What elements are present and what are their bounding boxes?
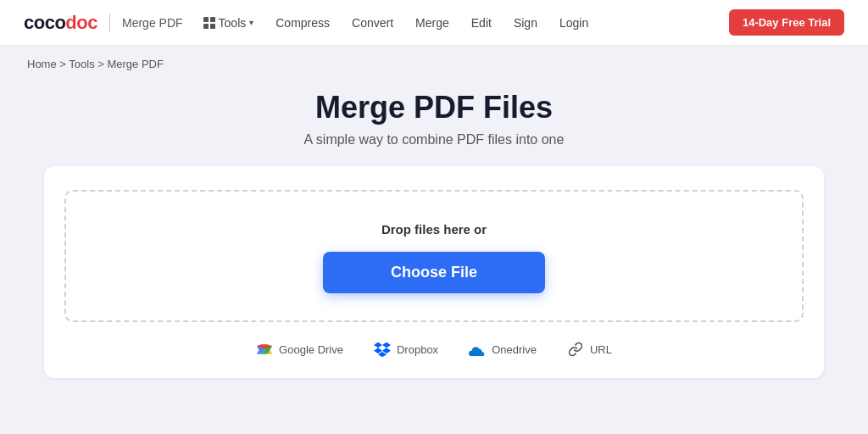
gdrive-icon <box>256 341 273 358</box>
main-nav: Tools ▾ Compress Convert Merge Edit Sign… <box>193 11 729 35</box>
drop-zone[interactable]: Drop files here or Choose File <box>64 190 804 322</box>
breadcrumb: Home > Tools > Merge PDF <box>27 58 164 70</box>
nav-sign[interactable]: Sign <box>504 11 548 35</box>
logo-doc: doc <box>65 12 97 33</box>
source-gdrive[interactable]: Google Drive <box>256 341 343 358</box>
nav-merge[interactable]: Merge <box>405 11 459 35</box>
source-onedrive[interactable]: Onedrive <box>469 341 537 358</box>
nav-convert[interactable]: Convert <box>342 11 403 35</box>
dropbox-icon <box>374 341 391 358</box>
upload-card: Drop files here or Choose File Google Dr… <box>44 166 824 378</box>
chevron-down-icon: ▾ <box>249 18 253 27</box>
source-url[interactable]: URL <box>567 341 612 358</box>
breadcrumb-sep1: > <box>57 58 70 70</box>
logo[interactable]: cocodoc Merge PDF <box>24 12 183 34</box>
url-label: URL <box>590 343 612 356</box>
breadcrumb-current: Merge PDF <box>107 58 163 70</box>
source-options: Google Drive Dropbox Onedrive <box>64 341 804 358</box>
main-content: Merge PDF Files A simple way to combine … <box>0 81 868 395</box>
choose-file-button[interactable]: Choose File <box>323 252 545 293</box>
logo-coco: coco <box>24 12 65 33</box>
gdrive-label: Google Drive <box>279 343 343 356</box>
breadcrumb-home[interactable]: Home <box>27 58 57 70</box>
breadcrumb-tools[interactable]: Tools <box>69 58 94 70</box>
drop-label: Drop files here or <box>381 222 487 236</box>
logo-divider <box>109 14 110 32</box>
page-title: Merge PDF Files <box>315 90 553 125</box>
onedrive-label: Onedrive <box>492 343 537 356</box>
nav-tools[interactable]: Tools ▾ <box>193 11 264 35</box>
onedrive-icon <box>469 341 486 358</box>
grid-icon <box>203 17 215 29</box>
nav-edit[interactable]: Edit <box>461 11 502 35</box>
logo-page: Merge PDF <box>122 16 183 30</box>
breadcrumb-sep2: > <box>95 58 108 70</box>
source-dropbox[interactable]: Dropbox <box>374 341 438 358</box>
header: cocodoc Merge PDF Tools ▾ Compress Conve… <box>0 0 868 46</box>
page-subtitle: A simple way to combine PDF files into o… <box>304 132 565 147</box>
url-icon <box>567 341 584 358</box>
nav-login[interactable]: Login <box>549 11 598 35</box>
trial-button[interactable]: 14-Day Free Trial <box>729 9 844 36</box>
nav-compress[interactable]: Compress <box>265 11 340 35</box>
nav-tools-label: Tools <box>219 16 247 30</box>
breadcrumb-bar: Home > Tools > Merge PDF <box>0 46 868 81</box>
dropbox-label: Dropbox <box>397 343 438 356</box>
